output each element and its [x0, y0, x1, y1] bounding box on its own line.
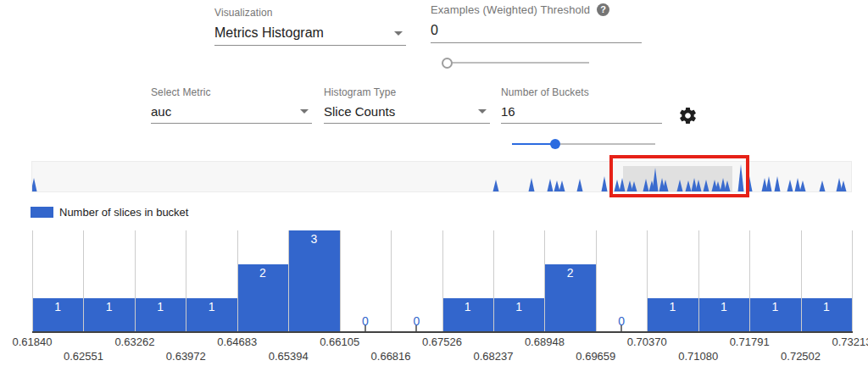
x-axis-tick-label: 0.68237: [462, 350, 525, 363]
x-axis-tick-label: 0.62551: [52, 350, 114, 363]
slice-spike: [820, 180, 826, 191]
threshold-input[interactable]: 0: [431, 23, 438, 38]
bar-value-label: 1: [698, 300, 749, 313]
slice-spike: [493, 180, 499, 191]
gridline: [749, 230, 750, 331]
x-axis-tick-label: 0.70370: [615, 336, 678, 348]
histogram-bar[interactable]: 2: [237, 264, 288, 332]
bar-value-label: 1: [749, 300, 800, 313]
num-buckets-field[interactable]: Number of Buckets 16: [501, 86, 662, 124]
metrics-histogram-panel: Visualization Metrics Histogram Examples…: [0, 0, 868, 366]
bar-value-label: 1: [32, 300, 83, 313]
histogram-bar[interactable]: 1: [186, 298, 236, 332]
gridline: [186, 230, 186, 331]
help-icon[interactable]: ?: [597, 3, 609, 16]
gridline: [237, 230, 238, 331]
histogram-bar[interactable]: 1: [442, 298, 493, 332]
buckets-slider-fill: [512, 143, 555, 145]
visualization-dropdown[interactable]: Visualization Metrics Histogram: [214, 7, 406, 46]
slice-spike: [795, 178, 801, 191]
visualization-label: Visualization: [214, 7, 406, 19]
highlight-box: [609, 155, 749, 197]
slice-spike: [559, 180, 565, 191]
gridline: [288, 230, 289, 331]
visualization-value: Metrics Histogram: [214, 25, 324, 41]
gridline: [698, 230, 699, 331]
gridline: [801, 230, 802, 331]
bar-value-label: 1: [83, 300, 134, 313]
histogram-bar[interactable]: 1: [647, 298, 698, 332]
threshold-slider-track[interactable]: [447, 62, 589, 64]
slice-spike: [554, 180, 560, 191]
chevron-down-icon[interactable]: [394, 31, 403, 36]
chevron-down-icon[interactable]: [300, 109, 309, 114]
buckets-slider-thumb[interactable]: [550, 139, 560, 149]
x-axis-tick-label: 0.69659: [565, 350, 627, 363]
legend: Number of slices in bucket: [31, 206, 188, 219]
gridline: [596, 230, 597, 331]
threshold-field[interactable]: Examples (Weighted) Threshold ? 0: [431, 3, 642, 43]
histogram-bar[interactable]: 1: [698, 298, 749, 332]
gridline: [135, 230, 136, 331]
bar-value-label: 2: [544, 266, 595, 280]
gridline: [647, 230, 648, 331]
x-axis-tick-label: 0.71791: [718, 336, 781, 348]
threshold-label: Examples (Weighted) Threshold: [431, 3, 590, 16]
histogram-bar[interactable]: 1: [749, 298, 800, 332]
select-metric-value: auc: [151, 104, 171, 119]
bar-value-label: 1: [135, 300, 186, 313]
num-buckets-input[interactable]: 16: [501, 104, 515, 119]
histogram-bar[interactable]: 1: [493, 298, 544, 332]
histogram-bar[interactable]: 2: [544, 264, 595, 332]
x-axis-tick-label: 0.61840: [1, 336, 64, 348]
x-axis-tick-label: 0.66816: [359, 350, 422, 363]
bar-value-label: 2: [237, 266, 288, 280]
histogram-bar[interactable]: 3: [288, 230, 339, 332]
slice-spike: [32, 178, 37, 191]
slice-spike: [775, 176, 781, 191]
x-axis-tick-label: 0.67526: [411, 336, 474, 348]
threshold-slider-thumb[interactable]: [442, 58, 453, 69]
select-metric-dropdown[interactable]: Select Metric auc: [151, 86, 312, 124]
histogram-bar[interactable]: 1: [135, 298, 186, 332]
histogram-type-dropdown[interactable]: Histogram Type Slice Counts: [324, 86, 490, 124]
slice-spike: [602, 176, 608, 191]
histogram-bar[interactable]: 1: [801, 298, 852, 332]
x-axis-tick-label: 0.63972: [154, 350, 217, 363]
gridline: [442, 230, 443, 331]
bar-value-label: 1: [493, 300, 544, 313]
bar-value-label: 1: [186, 300, 236, 313]
histogram-bar[interactable]: 1: [32, 298, 83, 332]
gridline: [493, 230, 494, 331]
histogram-type-label: Histogram Type: [324, 86, 490, 98]
gridline: [340, 230, 341, 331]
slice-count-histogram: 11112300112011110.618400.625510.632620.6…: [0, 230, 868, 366]
x-axis-line: [32, 331, 853, 333]
gridline: [32, 230, 33, 331]
histogram-type-value: Slice Counts: [324, 104, 395, 119]
x-axis-tick-label: 0.65394: [257, 350, 320, 363]
bar-value-label: 1: [647, 300, 698, 313]
bar-value-label: 1: [801, 300, 852, 313]
gridline: [852, 230, 853, 331]
slice-spike: [577, 179, 583, 191]
bar-value-label: 1: [442, 300, 493, 313]
gridline: [83, 230, 84, 331]
settings-gear-icon[interactable]: [678, 106, 698, 125]
gridline: [544, 230, 545, 331]
gridline: [391, 230, 392, 331]
legend-swatch: [31, 207, 53, 218]
x-axis-tick-label: 0.71080: [667, 350, 730, 363]
x-axis-tick-label: 0.73213: [821, 336, 868, 348]
num-buckets-label: Number of Buckets: [501, 86, 662, 98]
chevron-down-icon[interactable]: [478, 109, 487, 114]
slice-spike: [787, 180, 793, 191]
buckets-slider-track[interactable]: [512, 143, 655, 145]
histogram-bar[interactable]: 1: [83, 298, 134, 332]
slice-spike: [766, 176, 772, 191]
x-axis-tick-label: 0.72502: [770, 350, 832, 363]
bar-value-label: 3: [288, 232, 339, 246]
slice-spike: [548, 179, 554, 191]
x-axis-tick-label: 0.63262: [103, 336, 166, 348]
x-axis-tick-label: 0.68948: [513, 336, 576, 348]
